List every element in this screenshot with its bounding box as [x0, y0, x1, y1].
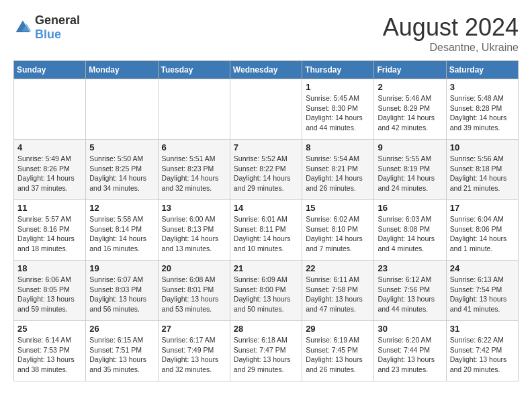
weekday-header: Tuesday	[158, 61, 230, 79]
day-info: Sunrise: 6:07 AM Sunset: 8:03 PM Dayligh…	[89, 275, 154, 314]
day-number: 6	[162, 142, 226, 152]
day-info: Sunrise: 6:19 AM Sunset: 7:45 PM Dayligh…	[306, 335, 370, 375]
calendar-cell	[158, 79, 230, 140]
calendar-cell: 5Sunrise: 5:50 AM Sunset: 8:25 PM Daylig…	[86, 140, 158, 200]
calendar-cell: 29Sunrise: 6:19 AM Sunset: 7:45 PM Dayli…	[302, 321, 374, 381]
calendar-cell: 9Sunrise: 5:55 AM Sunset: 8:19 PM Daylig…	[374, 140, 446, 200]
calendar-cell: 18Sunrise: 6:06 AM Sunset: 8:05 PM Dayli…	[14, 261, 86, 321]
calendar-cell: 3Sunrise: 5:48 AM Sunset: 8:28 PM Daylig…	[446, 79, 518, 140]
weekday-header: Wednesday	[230, 61, 302, 79]
calendar-cell: 13Sunrise: 6:00 AM Sunset: 8:13 PM Dayli…	[158, 200, 230, 261]
day-info: Sunrise: 5:56 AM Sunset: 8:18 PM Dayligh…	[450, 154, 515, 193]
calendar-cell: 25Sunrise: 6:14 AM Sunset: 7:53 PM Dayli…	[14, 321, 86, 381]
calendar-cell: 24Sunrise: 6:13 AM Sunset: 7:54 PM Dayli…	[446, 261, 518, 321]
day-info: Sunrise: 6:03 AM Sunset: 8:08 PM Dayligh…	[378, 214, 442, 254]
calendar-cell: 2Sunrise: 5:46 AM Sunset: 8:29 PM Daylig…	[374, 79, 446, 140]
day-number: 13	[162, 203, 226, 213]
calendar-cell: 28Sunrise: 6:18 AM Sunset: 7:47 PM Dayli…	[230, 321, 302, 381]
calendar-cell: 12Sunrise: 5:58 AM Sunset: 8:14 PM Dayli…	[86, 200, 158, 261]
day-number: 12	[89, 203, 154, 213]
day-number: 31	[450, 324, 515, 334]
calendar-cell: 30Sunrise: 6:20 AM Sunset: 7:44 PM Dayli…	[374, 321, 446, 381]
calendar-header-row: SundayMondayTuesdayWednesdayThursdayFrid…	[14, 61, 519, 79]
day-info: Sunrise: 5:58 AM Sunset: 8:14 PM Dayligh…	[89, 214, 154, 254]
day-number: 14	[234, 203, 298, 213]
day-info: Sunrise: 6:01 AM Sunset: 8:11 PM Dayligh…	[234, 214, 298, 254]
day-number: 18	[17, 263, 82, 273]
logo-blue: Blue	[35, 28, 61, 41]
day-info: Sunrise: 5:50 AM Sunset: 8:25 PM Dayligh…	[89, 154, 154, 193]
calendar-cell: 26Sunrise: 6:15 AM Sunset: 7:51 PM Dayli…	[86, 321, 158, 381]
day-info: Sunrise: 5:57 AM Sunset: 8:16 PM Dayligh…	[17, 214, 82, 254]
logo: General Blue	[13, 13, 80, 42]
day-info: Sunrise: 6:11 AM Sunset: 7:58 PM Dayligh…	[306, 275, 370, 314]
day-number: 17	[450, 203, 515, 213]
weekday-header: Monday	[86, 61, 158, 79]
calendar-cell: 23Sunrise: 6:12 AM Sunset: 7:56 PM Dayli…	[374, 261, 446, 321]
day-info: Sunrise: 6:20 AM Sunset: 7:44 PM Dayligh…	[378, 335, 442, 375]
day-number: 2	[378, 82, 442, 92]
calendar-cell: 8Sunrise: 5:54 AM Sunset: 8:21 PM Daylig…	[302, 140, 374, 200]
calendar-cell: 31Sunrise: 6:22 AM Sunset: 7:42 PM Dayli…	[446, 321, 518, 381]
calendar-cell: 6Sunrise: 5:51 AM Sunset: 8:23 PM Daylig…	[158, 140, 230, 200]
day-number: 28	[234, 324, 298, 334]
day-info: Sunrise: 5:51 AM Sunset: 8:23 PM Dayligh…	[162, 154, 226, 193]
day-info: Sunrise: 5:45 AM Sunset: 8:30 PM Dayligh…	[306, 93, 370, 133]
day-number: 29	[306, 324, 370, 334]
calendar-week-row: 25Sunrise: 6:14 AM Sunset: 7:53 PM Dayli…	[14, 321, 519, 381]
day-info: Sunrise: 6:17 AM Sunset: 7:49 PM Dayligh…	[162, 335, 226, 375]
day-number: 15	[306, 203, 370, 213]
calendar-cell: 19Sunrise: 6:07 AM Sunset: 8:03 PM Dayli…	[86, 261, 158, 321]
day-info: Sunrise: 6:00 AM Sunset: 8:13 PM Dayligh…	[162, 214, 226, 254]
calendar-cell	[230, 79, 302, 140]
day-info: Sunrise: 6:14 AM Sunset: 7:53 PM Dayligh…	[17, 335, 82, 375]
calendar-week-row: 4Sunrise: 5:49 AM Sunset: 8:26 PM Daylig…	[14, 140, 519, 200]
calendar-cell: 11Sunrise: 5:57 AM Sunset: 8:16 PM Dayli…	[14, 200, 86, 261]
calendar-cell: 20Sunrise: 6:08 AM Sunset: 8:01 PM Dayli…	[158, 261, 230, 321]
day-info: Sunrise: 5:49 AM Sunset: 8:26 PM Dayligh…	[17, 154, 82, 193]
day-number: 16	[378, 203, 442, 213]
calendar-week-row: 18Sunrise: 6:06 AM Sunset: 8:05 PM Dayli…	[14, 261, 519, 321]
calendar-cell: 4Sunrise: 5:49 AM Sunset: 8:26 PM Daylig…	[14, 140, 86, 200]
weekday-header: Sunday	[14, 61, 86, 79]
calendar-cell: 1Sunrise: 5:45 AM Sunset: 8:30 PM Daylig…	[302, 79, 374, 140]
calendar-cell: 14Sunrise: 6:01 AM Sunset: 8:11 PM Dayli…	[230, 200, 302, 261]
page-header: General Blue August 2024 Desantne, Ukrai…	[13, 13, 519, 54]
logo-general: General	[35, 13, 80, 27]
day-info: Sunrise: 6:13 AM Sunset: 7:54 PM Dayligh…	[450, 275, 515, 314]
day-number: 21	[234, 263, 298, 273]
day-number: 3	[450, 82, 515, 92]
calendar-table: SundayMondayTuesdayWednesdayThursdayFrid…	[13, 60, 519, 381]
day-number: 5	[89, 142, 154, 152]
weekday-header: Saturday	[446, 61, 518, 79]
day-number: 25	[17, 324, 82, 334]
day-info: Sunrise: 6:02 AM Sunset: 8:10 PM Dayligh…	[306, 214, 370, 254]
day-info: Sunrise: 6:12 AM Sunset: 7:56 PM Dayligh…	[378, 275, 442, 314]
day-info: Sunrise: 5:48 AM Sunset: 8:28 PM Dayligh…	[450, 93, 515, 133]
logo-icon	[13, 18, 32, 37]
day-number: 26	[89, 324, 154, 334]
calendar-cell: 21Sunrise: 6:09 AM Sunset: 8:00 PM Dayli…	[230, 261, 302, 321]
day-number: 9	[378, 142, 442, 152]
day-number: 20	[162, 263, 226, 273]
day-info: Sunrise: 6:04 AM Sunset: 8:06 PM Dayligh…	[450, 214, 515, 254]
day-number: 24	[450, 263, 515, 273]
calendar-cell: 17Sunrise: 6:04 AM Sunset: 8:06 PM Dayli…	[446, 200, 518, 261]
day-info: Sunrise: 6:08 AM Sunset: 8:01 PM Dayligh…	[162, 275, 226, 314]
calendar-cell: 10Sunrise: 5:56 AM Sunset: 8:18 PM Dayli…	[446, 140, 518, 200]
location: Desantne, Ukraine	[383, 42, 519, 54]
day-number: 10	[450, 142, 515, 152]
day-number: 7	[234, 142, 298, 152]
day-number: 11	[17, 203, 82, 213]
calendar-cell	[14, 79, 86, 140]
day-info: Sunrise: 5:46 AM Sunset: 8:29 PM Dayligh…	[378, 93, 442, 133]
day-info: Sunrise: 5:52 AM Sunset: 8:22 PM Dayligh…	[234, 154, 298, 193]
day-info: Sunrise: 5:55 AM Sunset: 8:19 PM Dayligh…	[378, 154, 442, 193]
title-section: August 2024 Desantne, Ukraine	[383, 13, 519, 54]
calendar-week-row: 1Sunrise: 5:45 AM Sunset: 8:30 PM Daylig…	[14, 79, 519, 140]
calendar-cell: 7Sunrise: 5:52 AM Sunset: 8:22 PM Daylig…	[230, 140, 302, 200]
day-number: 30	[378, 324, 442, 334]
calendar-cell: 22Sunrise: 6:11 AM Sunset: 7:58 PM Dayli…	[302, 261, 374, 321]
day-number: 4	[17, 142, 82, 152]
weekday-header: Friday	[374, 61, 446, 79]
